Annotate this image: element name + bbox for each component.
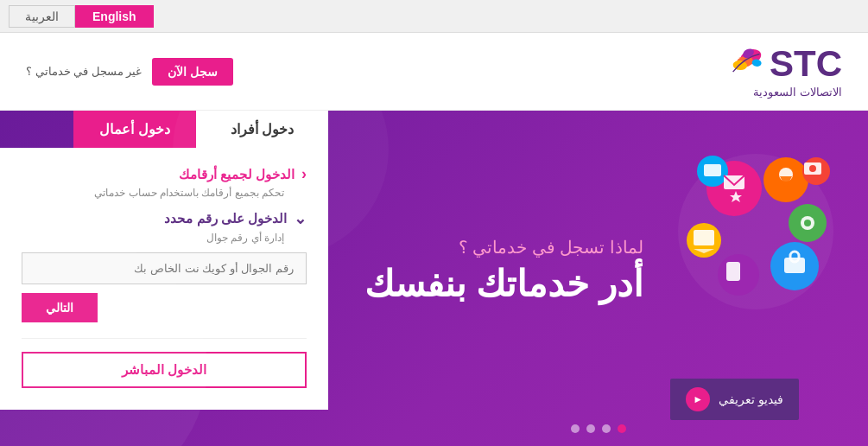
video-button[interactable]: فيديو تعريفي ► (670, 379, 799, 420)
promo-content: لماذا تسجل في خدماتي ؟ أدر خدماتك بنفسك … (328, 111, 868, 446)
video-label: فيديو تعريفي (719, 392, 783, 406)
register-text: غير مسجل في خدماتي ؟ (26, 65, 142, 78)
dot-4-active[interactable] (618, 424, 626, 433)
dot-1[interactable] (571, 424, 580, 433)
svg-rect-17 (694, 230, 714, 245)
promo-subtitle: لماذا تسجل في خدماتي ؟ (364, 237, 643, 258)
english-lang-button[interactable]: English (75, 5, 154, 28)
svg-point-20 (804, 220, 811, 226)
svg-point-25 (809, 165, 816, 172)
logo-area: STC الاتصالات السعودية (715, 45, 842, 99)
top-navigation: العربية English (0, 0, 868, 33)
play-icon: ► (686, 387, 710, 411)
promo-title: أدر خدماتك بنفسك (364, 263, 643, 306)
logo-subtitle: الاتصالات السعودية (753, 86, 842, 99)
logo-text: STC (770, 46, 842, 82)
arabic-lang-button[interactable]: العربية (9, 5, 75, 28)
promo-text: لماذا تسجل في خدماتي ؟ أدر خدماتك بنفسك (364, 237, 643, 306)
svg-rect-16 (726, 262, 740, 281)
svg-rect-14 (784, 258, 805, 273)
register-button[interactable]: سجل الآن (152, 58, 233, 86)
svg-rect-26 (704, 164, 721, 176)
header-actions: سجل الآن غير مسجل في خدماتي ؟ (26, 58, 233, 86)
icon-cluster (661, 119, 851, 344)
stc-bird-icon (715, 45, 763, 84)
carousel-dots (571, 424, 626, 433)
main-content: دخول أفراد دخول أعمال ‹ الدخول لجميع أرق… (0, 111, 868, 446)
header: سجل الآن غير مسجل في خدماتي ؟ STC الاتصا… (0, 33, 868, 111)
dot-2[interactable] (586, 424, 595, 433)
dot-3[interactable] (602, 424, 611, 433)
stc-logo: STC (715, 45, 842, 84)
